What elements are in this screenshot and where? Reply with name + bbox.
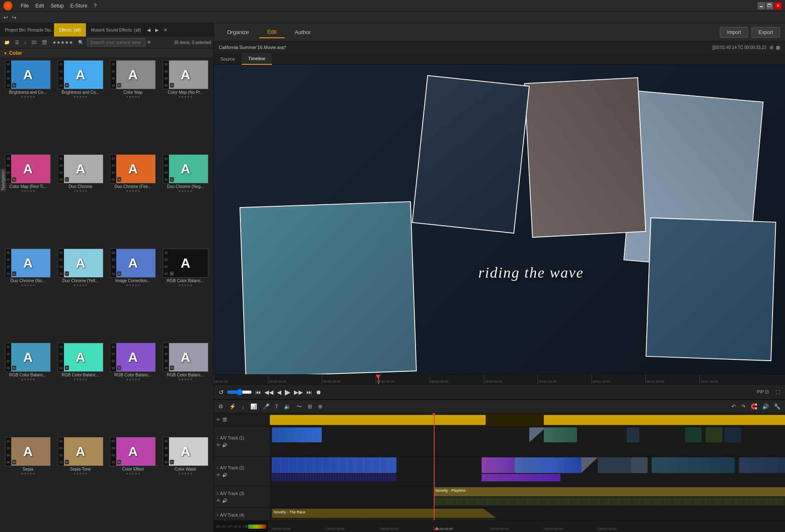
clip-t1-5[interactable] <box>706 427 722 442</box>
clip-t4-1[interactable]: Novelty - The Race <box>272 509 484 518</box>
effect-item-1[interactable]: fxABrightness and Co...★★★★★ <box>55 60 106 153</box>
effect-item-12[interactable]: fxARGB Color Balanc...★★★★★ <box>2 343 54 435</box>
clip-t2-5[interactable] <box>598 457 631 473</box>
effect-stars-16[interactable]: ★★★★★ <box>21 472 35 476</box>
effect-item-10[interactable]: fxAImage Correction...★★★★★ <box>108 249 159 341</box>
effect-stars-17[interactable]: ★★★★★ <box>73 472 88 476</box>
tab-muserk[interactable]: Muserk Sound Effects: (all) <box>86 23 144 37</box>
pip-button[interactable]: PiP ⊡ <box>757 389 769 395</box>
tl-magnet2[interactable]: 🧲 <box>749 403 758 410</box>
preview-tab-source[interactable]: Source <box>214 53 242 65</box>
redo-button[interactable]: ↪ <box>12 14 17 21</box>
tl-grid[interactable]: ⊞ <box>306 403 313 410</box>
clip-t2-2[interactable] <box>482 457 515 473</box>
master-clip-1[interactable] <box>270 415 486 425</box>
clip-t1-1[interactable] <box>272 427 322 442</box>
sort-btn[interactable]: ↕ <box>22 39 28 46</box>
tl-redo2[interactable]: ↷ <box>740 403 747 410</box>
tl-wave[interactable]: 〜 <box>295 402 303 411</box>
effect-stars-19[interactable]: ★★★★★ <box>178 472 193 476</box>
effect-stars-12[interactable]: ★★★★★ <box>21 378 35 381</box>
master-clip-2[interactable] <box>544 415 785 425</box>
effect-stars-13[interactable]: ★★★★★ <box>73 378 88 381</box>
navigation-side-tab[interactable]: Navigation <box>0 168 6 191</box>
tl-text[interactable]: T <box>274 403 280 410</box>
list-view-btn[interactable]: ☰ <box>13 39 21 46</box>
tl-arrow-down[interactable]: ↓ <box>240 403 246 410</box>
clip-t1-6[interactable] <box>724 427 741 442</box>
track1-mute[interactable]: 🔊 <box>222 443 227 447</box>
clip-t1-2[interactable] <box>544 427 577 442</box>
clip-t2-7[interactable] <box>652 457 735 473</box>
clip-t3-1[interactable]: Novelty - Playtime <box>434 487 785 496</box>
volume-slider[interactable] <box>227 389 252 395</box>
tl-chart[interactable]: 📊 <box>249 403 258 410</box>
menu-help[interactable]: ? <box>94 3 97 9</box>
effect-item-9[interactable]: fxADuo Chrome (Yell...★★★★★ <box>55 249 106 341</box>
track2-mute[interactable]: 🔊 <box>222 473 227 477</box>
effect-stars-5[interactable]: ★★★★★ <box>73 189 88 193</box>
effect-item-13[interactable]: fxARGB Color Balanc...★★★★★ <box>55 343 106 435</box>
nav-author[interactable]: Author <box>286 27 319 38</box>
ctrl-next[interactable]: ▶▶ <box>294 389 303 395</box>
3d-btn[interactable]: 3D <box>30 39 39 46</box>
tl-circle[interactable]: ⊕ <box>317 403 324 410</box>
effect-stars-9[interactable]: ★★★★★ <box>73 283 88 287</box>
effect-stars-3[interactable]: ★★★★★ <box>178 95 193 99</box>
ctrl-rewind[interactable]: ↺ <box>219 389 224 395</box>
effect-stars-0[interactable]: ★★★★★ <box>21 95 35 99</box>
preview-icon-1[interactable]: ⊞ <box>770 45 773 50</box>
effect-item-3[interactable]: fxAColor Map (No Pr...★★★★★ <box>160 60 211 153</box>
folder-icon[interactable]: 📁 <box>2 39 12 46</box>
tl-volume[interactable]: 🔊 <box>761 403 770 410</box>
master-eye-icon[interactable]: 👁 <box>216 417 220 422</box>
search-clear[interactable]: ✕ <box>147 39 151 45</box>
effect-stars-10[interactable]: ★★★★★ <box>126 283 140 287</box>
effect-item-19[interactable]: fxAColor Wash★★★★★ <box>160 437 211 530</box>
clip-t2-4[interactable] <box>556 457 581 473</box>
track2-eye[interactable]: 👁 <box>216 473 220 477</box>
effect-stars-11[interactable]: ★★★★★ <box>178 283 193 287</box>
clip-t2-8[interactable] <box>739 457 785 473</box>
tl-undo[interactable]: ↶ <box>730 403 737 410</box>
win-close[interactable]: ✕ <box>774 2 782 10</box>
ctrl-play[interactable]: ▶ <box>285 388 291 397</box>
clip-t1-3[interactable] <box>627 427 639 442</box>
clip-t1-4[interactable] <box>685 427 702 442</box>
effect-item-2[interactable]: fxAColor Map★★★★★ <box>108 60 159 153</box>
tab-arrow-left[interactable]: ◀ <box>144 27 153 33</box>
tab-arrow-right[interactable]: ▶ <box>153 27 161 33</box>
menu-file[interactable]: File <box>21 3 29 9</box>
fullscreen-button[interactable]: ⛶ <box>775 390 780 395</box>
effect-stars-4[interactable]: ★★★★★ <box>21 189 35 193</box>
tl-mic[interactable]: 🎤 <box>262 403 271 410</box>
tl-magnet[interactable]: ⚡ <box>228 403 237 410</box>
ctrl-prev-frame[interactable]: ◀◀ <box>264 389 274 395</box>
effect-item-4[interactable]: fxAColor Map (Red Ti...★★★★★ <box>2 154 54 247</box>
effect-stars-15[interactable]: ★★★★★ <box>178 378 193 381</box>
audio-t2-1[interactable] <box>482 474 560 481</box>
undo-button[interactable]: ↩ <box>3 14 8 21</box>
menu-edit[interactable]: Edit <box>35 3 44 9</box>
effect-stars-8[interactable]: ★★★★★ <box>21 283 35 287</box>
tab-project-bin[interactable]: Project Bin: Pinnacle Stu... <box>0 23 54 37</box>
effect-item-18[interactable]: fxAColor Effect★★★★★ <box>108 437 159 530</box>
ctrl-record[interactable]: ⏺ <box>315 389 321 395</box>
ctrl-skip-start[interactable]: ⏮ <box>255 389 261 395</box>
preview-icon-2[interactable]: ▦ <box>776 45 780 50</box>
ctrl-prev[interactable]: ◀ <box>277 389 281 395</box>
effect-item-17[interactable]: fxASepia Tone★★★★★ <box>55 437 106 530</box>
effect-stars-14[interactable]: ★★★★★ <box>126 378 140 381</box>
effect-stars-18[interactable]: ★★★★★ <box>126 472 140 476</box>
win-minimize[interactable]: 🗕 <box>758 2 765 10</box>
effect-item-6[interactable]: fxADuo Chrome (Fire...★★★★★ <box>108 154 159 247</box>
effect-item-7[interactable]: fxADuo Chrome (Neg...★★★★★ <box>160 154 211 247</box>
track1-eye[interactable]: 👁 <box>216 443 220 447</box>
preview-tab-timeline[interactable]: Timeline <box>242 53 272 65</box>
effect-stars-7[interactable]: ★★★★★ <box>178 189 193 193</box>
effect-item-15[interactable]: fxARGB Color Balanc...★★★★★ <box>160 343 211 435</box>
tab-effects[interactable]: Effects: (all) <box>54 23 86 37</box>
effect-stars-6[interactable]: ★★★★★ <box>126 189 140 193</box>
effect-item-8[interactable]: fxADuo Chrome (No...★★★★★ <box>2 249 54 341</box>
search-input[interactable] <box>87 38 145 46</box>
